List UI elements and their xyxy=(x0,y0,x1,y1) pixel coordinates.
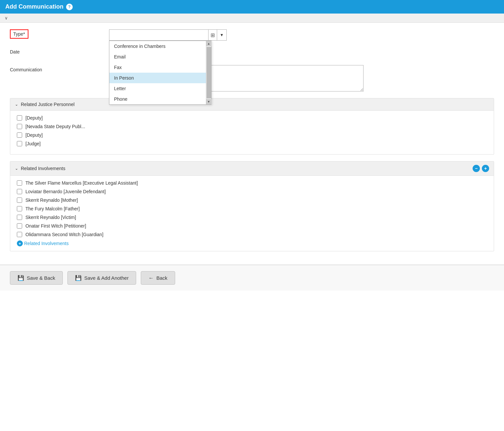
communication-label-wrapper: Communication xyxy=(10,65,109,72)
judge-label: [Judge] xyxy=(25,141,41,146)
communication-row: Communication xyxy=(10,65,494,91)
checkbox-fury[interactable] xyxy=(17,206,22,211)
remove-involvement-btn[interactable]: − xyxy=(473,165,480,172)
back-arrow-icon: ← xyxy=(148,275,154,281)
type-dropdown-toggle[interactable]: ▼ xyxy=(217,29,227,41)
related-involvements-title: Related Involvements xyxy=(21,166,65,171)
related-involvements-chevron: ⌄ xyxy=(15,166,18,171)
related-justice-section: ⌄ Related Justice Personnel [Deputy] [Ne… xyxy=(10,98,494,155)
save-back-label: Save & Back xyxy=(27,275,55,281)
list-item: Skerrit Reynaldo [Victim] xyxy=(17,215,487,220)
dropdown-item-inperson[interactable]: In Person xyxy=(109,73,206,83)
type-row: Type* ⊞ ▼ Conference in Chambers Email F… xyxy=(10,29,494,41)
list-item: [Deputy] xyxy=(17,132,487,138)
fury-label: The Fury Malcolm [Father] xyxy=(25,206,80,211)
collapse-icon: ∨ xyxy=(5,16,8,20)
date-label-wrapper: Date xyxy=(10,47,109,54)
checkbox-onatar[interactable] xyxy=(17,223,22,229)
related-justice-body: [Deputy] [Nevada State Deputy Publ... [D… xyxy=(10,111,494,154)
list-item: The Silver Flame Marcellus [Executive Le… xyxy=(17,180,487,186)
dropdown-item-conference[interactable]: Conference in Chambers xyxy=(109,41,206,52)
save-back-icon: 💾 xyxy=(18,275,24,281)
list-item: Loviatar Bernardo [Juvenile Defendant] xyxy=(17,189,487,194)
related-justice-chevron: ⌄ xyxy=(15,102,18,107)
skerrit2-label: Skerrit Reynaldo [Victim] xyxy=(25,215,76,220)
checkbox-skerrit1[interactable] xyxy=(17,198,22,203)
collapse-bar[interactable]: ∨ xyxy=(0,14,504,23)
skerrit1-label: Skerrit Reynaldo [Mother] xyxy=(25,198,78,203)
loviatar-label: Loviatar Bernardo [Juvenile Defendant] xyxy=(25,189,106,194)
related-justice-title: Related Justice Personnel xyxy=(21,102,75,107)
save-add-button[interactable]: 💾 Save & Add Another xyxy=(67,271,136,285)
dropdown-item-letter[interactable]: Letter xyxy=(109,83,206,94)
back-label: Back xyxy=(156,275,167,281)
checkbox-loviatar[interactable] xyxy=(17,189,22,194)
type-dropdown-menu: Conference in Chambers Email Fax In Pers… xyxy=(109,41,212,105)
add-link-plus-icon: + xyxy=(17,240,23,246)
onatar-label: Onatar First Witch [Petitioner] xyxy=(25,223,86,229)
scroll-up-btn[interactable]: ▲ xyxy=(206,41,212,46)
checkbox-judge[interactable] xyxy=(17,141,22,146)
dropdown-item-fax[interactable]: Fax xyxy=(109,62,206,73)
nevada-deputy-label: [Nevada State Deputy Publ... xyxy=(25,124,85,129)
related-involvements-header[interactable]: ⌄ Related Involvements − + xyxy=(10,162,494,176)
scroll-thumb xyxy=(207,47,211,98)
deputy2-label: [Deputy] xyxy=(25,132,43,138)
checkbox-deputy1[interactable] xyxy=(17,115,22,121)
checkbox-olidammara[interactable] xyxy=(17,232,22,237)
list-item: The Fury Malcolm [Father] xyxy=(17,206,487,211)
dropdown-item-phone[interactable]: Phone xyxy=(109,94,206,104)
list-item: Skerrit Reynaldo [Mother] xyxy=(17,198,487,203)
list-item: [Deputy] xyxy=(17,115,487,121)
add-involvements-link[interactable]: + Related Involvements xyxy=(17,240,487,246)
type-input-wrapper: ⊞ ▼ Conference in Chambers Email Fax In … xyxy=(109,29,227,41)
add-link-label: Related Involvements xyxy=(24,241,69,246)
title-bar: Add Communication ? xyxy=(0,0,504,14)
type-grid-icon: ⊞ xyxy=(208,29,217,41)
list-item: Olidammara Second Witch [Guardian] xyxy=(17,232,487,237)
communication-label: Communication xyxy=(10,65,109,72)
dropdown-items: Conference in Chambers Email Fax In Pers… xyxy=(109,41,206,104)
date-label: Date xyxy=(10,47,109,54)
back-button[interactable]: ← Back xyxy=(141,271,175,285)
checkbox-silver-flame[interactable] xyxy=(17,180,22,186)
section-actions: − + xyxy=(473,165,489,172)
deputy1-label: [Deputy] xyxy=(25,115,43,121)
dropdown-scrollbar: Conference in Chambers Email Fax In Pers… xyxy=(109,41,211,104)
list-item: [Nevada State Deputy Publ... xyxy=(17,124,487,129)
checkbox-deputy2[interactable] xyxy=(17,132,22,138)
related-involvements-body: The Silver Flame Marcellus [Executive Le… xyxy=(10,176,494,251)
help-icon[interactable]: ? xyxy=(66,4,73,10)
dropdown-item-email[interactable]: Email xyxy=(109,52,206,62)
related-involvements-section: ⌄ Related Involvements − + The Silver Fl… xyxy=(10,161,494,251)
type-label: Type* xyxy=(10,29,28,39)
form-area: Type* ⊞ ▼ Conference in Chambers Email F… xyxy=(0,23,504,265)
list-item: Onatar First Witch [Petitioner] xyxy=(17,223,487,229)
scroll-down-btn[interactable]: ▼ xyxy=(206,99,212,104)
save-add-label: Save & Add Another xyxy=(84,275,129,281)
page-title: Add Communication xyxy=(5,3,63,10)
save-back-button[interactable]: 💾 Save & Back xyxy=(10,271,63,285)
list-item: [Judge] xyxy=(17,141,487,146)
checkbox-nevada-deputy[interactable] xyxy=(17,124,22,129)
save-add-icon: 💾 xyxy=(75,275,82,281)
type-label-wrapper: Type* xyxy=(10,29,109,39)
add-involvement-btn[interactable]: + xyxy=(482,165,489,172)
type-input[interactable] xyxy=(109,29,208,41)
footer-bar: 💾 Save & Back 💾 Save & Add Another ← Bac… xyxy=(0,265,504,291)
date-row: Date ◍ xyxy=(10,47,494,58)
related-justice-header[interactable]: ⌄ Related Justice Personnel xyxy=(10,98,494,111)
olidammara-label: Olidammara Second Witch [Guardian] xyxy=(25,232,103,237)
dropdown-scroll-track: ▲ ▼ xyxy=(206,41,211,104)
checkbox-skerrit2[interactable] xyxy=(17,215,22,220)
silver-flame-label: The Silver Flame Marcellus [Executive Le… xyxy=(25,180,138,186)
